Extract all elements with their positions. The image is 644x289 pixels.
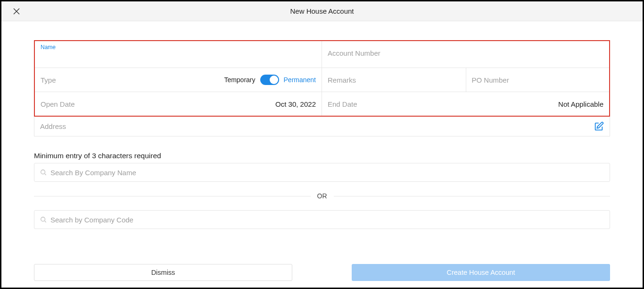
search-company-code-input[interactable] [50,216,604,224]
end-date-value: Not Applicable [558,100,603,108]
end-date-label: End Date [328,100,357,108]
remarks-cell[interactable] [322,68,466,92]
svg-point-4 [41,217,45,221]
close-icon[interactable] [13,8,20,15]
permanent-label: Permanent [284,76,316,84]
open-date-label: Open Date [41,100,75,108]
content-area: Name Type Temporary Permanent [1,21,643,229]
create-house-account-button[interactable]: Create House Account [352,264,610,281]
search-company-name-input[interactable] [50,169,604,177]
name-field-cell[interactable]: Name [35,41,322,68]
address-row[interactable] [34,117,610,136]
page-title: New House Account [290,7,354,15]
account-number-input[interactable] [328,49,603,57]
or-text: OR [317,192,327,200]
modal-header: New House Account [1,1,643,21]
name-input[interactable] [41,51,316,64]
type-cell: Type Temporary Permanent [35,68,322,92]
svg-line-5 [45,221,46,222]
footer: Dismiss Create House Account [34,264,610,281]
account-number-cell[interactable] [322,41,609,65]
name-field-label: Name [41,44,56,51]
divider-line [34,196,311,196]
svg-line-3 [45,174,46,175]
address-input[interactable] [40,122,594,130]
type-toggle[interactable] [260,75,279,85]
po-number-input[interactable] [472,76,604,84]
or-divider: OR [34,192,610,200]
divider-line [334,196,611,196]
search-icon [40,169,47,176]
open-date-cell[interactable]: Open Date Oct 30, 2022 [35,92,322,116]
search-company-name-box[interactable] [34,163,610,182]
toggle-knob [270,76,278,84]
temporary-label: Temporary [224,76,255,84]
edit-icon[interactable] [594,121,604,132]
open-date-value: Oct 30, 2022 [275,100,316,108]
search-icon [40,216,47,223]
type-label: Type [41,76,56,84]
svg-point-2 [41,170,45,174]
highlighted-form-grid: Name Type Temporary Permanent [34,40,610,117]
min-entry-text: Minimum entry of 3 characters required [34,152,610,160]
search-company-code-box[interactable] [34,210,610,229]
remarks-input[interactable] [328,76,460,84]
end-date-cell[interactable]: End Date Not Applicable [322,92,609,116]
po-number-cell[interactable] [466,68,610,92]
dismiss-button[interactable]: Dismiss [34,264,292,281]
